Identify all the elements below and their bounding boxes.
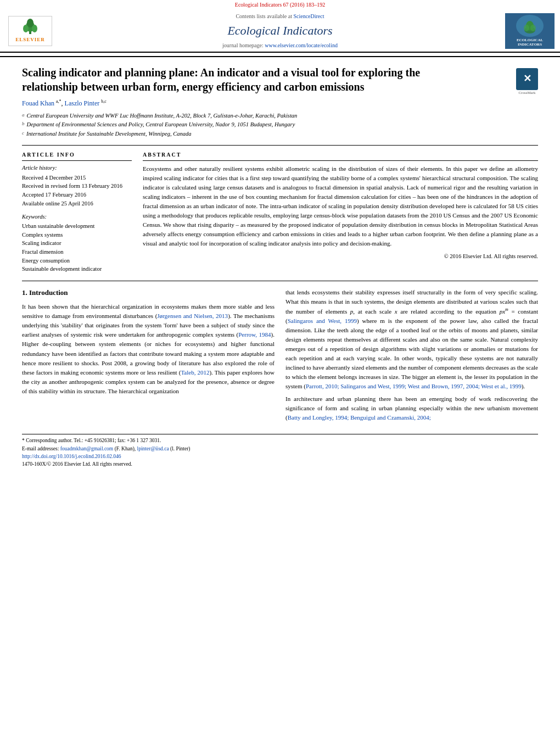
copyright-line: © 2016 Elsevier Ltd. All rights reserved… bbox=[143, 253, 538, 261]
svg-point-9 bbox=[530, 25, 536, 31]
affiliation-b: b Department of Environmental Sciences a… bbox=[22, 120, 538, 129]
keyword-5: Energy consumption bbox=[22, 257, 132, 265]
intro-right-column: that lends ecosystems their stability ex… bbox=[285, 288, 538, 426]
footnote-doi: http://dx.doi.org/10.1016/j.ecolind.2016… bbox=[22, 453, 538, 460]
elsevier-tree-icon bbox=[19, 19, 41, 35]
crossmark: ✕ CrossMark bbox=[516, 68, 538, 90]
abstract-text: Ecosystems and other naturally resilient… bbox=[143, 164, 538, 248]
article-info-title: ARTICLE INFO bbox=[22, 151, 132, 161]
intro-paragraph-3: In architecture and urban planning there… bbox=[285, 394, 538, 422]
keyword-3: Scaling indicator bbox=[22, 239, 132, 248]
elsevier-logo: ELSEVIER bbox=[8, 16, 52, 46]
footnote-corresponding: * Corresponding author. Tel.: +45 916263… bbox=[22, 437, 538, 444]
author-laszlo-link[interactable]: Laszlo Pinter bbox=[65, 99, 100, 107]
keyword-6: Sustainable development indicator bbox=[22, 265, 132, 274]
article-info-panel: ARTICLE INFO Article history: Received 4… bbox=[22, 151, 132, 274]
email1-link[interactable]: fouadmkhan@gmail.com bbox=[60, 446, 115, 451]
affiliation-c: c International Institute for Sustainabl… bbox=[22, 130, 538, 138]
available-date: Available online 25 April 2016 bbox=[22, 200, 132, 208]
article-abstract-columns: ARTICLE INFO Article history: Received 4… bbox=[22, 151, 538, 274]
journal-header: Ecological Indicators 67 (2016) 183–192 … bbox=[0, 0, 560, 57]
eco-logo-circle bbox=[516, 15, 544, 37]
introduction-section: 1. Introduction It has been shown that t… bbox=[22, 288, 538, 426]
paper-title: Scaling indicator and planning plane: An… bbox=[22, 65, 472, 94]
keyword-4: Fractal dimension bbox=[22, 248, 132, 256]
journal-center: Contents lists available at ScienceDirec… bbox=[55, 13, 505, 49]
abstract-section: ABSTRACT Ecosystems and other naturally … bbox=[143, 151, 538, 274]
svg-point-8 bbox=[524, 25, 529, 31]
received-date: Received 4 December 2015 bbox=[22, 174, 132, 182]
keyword-1: Urban sustainable development bbox=[22, 222, 132, 231]
ref-parrott[interactable]: Parrott, 2010; Salingaros and West, 1999… bbox=[306, 383, 522, 389]
eco-logo-svg bbox=[519, 15, 541, 37]
section-divider bbox=[22, 145, 538, 146]
paper-content: Scaling indicator and planning plane: An… bbox=[0, 57, 560, 477]
abstract-title: ABSTRACT bbox=[143, 151, 538, 161]
revised-date: Received in revised form 13 February 201… bbox=[22, 182, 132, 191]
elsevier-text: ELSEVIER bbox=[15, 36, 45, 43]
ref-batty[interactable]: Batty and Longley, 1994; Benguigul and C… bbox=[288, 414, 431, 421]
ref-taleb[interactable]: Taleb, 2012 bbox=[181, 369, 209, 376]
keyword-2: Complex systems bbox=[22, 231, 132, 239]
eco-logo-text: ECOLOGICAL INDICATORS bbox=[517, 38, 543, 47]
homepage-link[interactable]: www.elsevier.com/locate/ecolind bbox=[265, 42, 338, 48]
affiliation-a: a Central European University and WWF Lu… bbox=[22, 111, 538, 120]
contents-line: Contents lists available at ScienceDirec… bbox=[60, 13, 500, 20]
ref-salingaros1999[interactable]: Salingaros and West, 1999 bbox=[288, 317, 357, 324]
authors-line: Fouad Khan a,*, Laszlo Pinter b,c bbox=[22, 98, 538, 108]
footnote-area: * Corresponding author. Tel.: +45 916263… bbox=[22, 434, 538, 468]
svg-point-4 bbox=[27, 19, 33, 27]
author-fouad-link[interactable]: Fouad Khan bbox=[22, 99, 54, 107]
paper-title-section: Scaling indicator and planning plane: An… bbox=[22, 65, 538, 138]
intro-paragraph-1: It has been shown that the hierarchical … bbox=[22, 302, 275, 395]
article-history-title: Article history: bbox=[22, 164, 132, 172]
sciencedirect-link[interactable]: ScienceDirect bbox=[293, 13, 324, 19]
footnote-email: E-mail addresses: fouadmkhan@gmail.com (… bbox=[22, 445, 538, 453]
intro-left-column: 1. Introduction It has been shown that t… bbox=[22, 288, 275, 426]
section-heading: 1. Introduction bbox=[22, 288, 275, 298]
ref-perrow[interactable]: Perrow, 1984 bbox=[238, 331, 271, 338]
footnote-issn: 1470-160X/© 2016 Elsevier Ltd. All right… bbox=[22, 460, 538, 468]
keywords-title: Keywords: bbox=[22, 213, 132, 221]
body-divider bbox=[22, 281, 538, 281]
elsevier-logo-container: ELSEVIER bbox=[5, 16, 55, 46]
ref-jorgensen[interactable]: Jørgensen and Nielsen, 2013 bbox=[157, 313, 228, 319]
crossmark-icon: ✕ bbox=[516, 68, 538, 90]
eco-indicators-logo: ECOLOGICAL INDICATORS bbox=[505, 13, 555, 49]
keywords-section: Keywords: Urban sustainable development … bbox=[22, 213, 132, 274]
journal-title-row: ELSEVIER Contents lists available at Sci… bbox=[0, 10, 560, 52]
journal-cite-info: Ecological Indicators 67 (2016) 183–192 bbox=[0, 0, 560, 10]
doi-link[interactable]: http://dx.doi.org/10.1016/j.ecolind.2016… bbox=[22, 454, 121, 459]
journal-homepage: journal homepage: www.elsevier.com/locat… bbox=[60, 42, 500, 49]
accepted-date: Accepted 17 February 2016 bbox=[22, 191, 132, 199]
affiliations: a Central European University and WWF Lu… bbox=[22, 111, 538, 138]
header-divider bbox=[0, 52, 560, 53]
email2-link[interactable]: lpinter@iisd.ca bbox=[137, 446, 170, 451]
intro-paragraph-2: that lends ecosystems their stability ex… bbox=[285, 288, 538, 391]
journal-main-title: Ecological Indicators bbox=[60, 23, 500, 40]
